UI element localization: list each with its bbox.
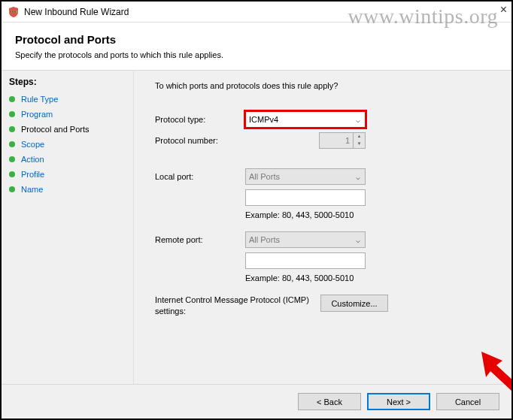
step-action[interactable]: Action: [9, 152, 126, 167]
remote-port-row: Remote port: All Ports ⌵: [155, 231, 493, 248]
step-label: Scope: [21, 140, 44, 149]
local-port-label: Local port:: [155, 172, 245, 181]
protocol-number-spinner: 1 ▲▼: [319, 132, 366, 149]
wizard-footer: < Back Next > Cancel: [2, 384, 511, 418]
close-icon[interactable]: ×: [500, 3, 507, 17]
step-program[interactable]: Program: [9, 107, 126, 122]
bullet-icon: [9, 171, 15, 177]
page-title: Protocol and Ports: [15, 33, 498, 46]
step-protocol-and-ports[interactable]: Protocol and Ports: [9, 122, 126, 137]
bullet-icon: [9, 126, 15, 132]
protocol-number-label: Protocol number:: [155, 136, 245, 145]
protocol-type-value: ICMPv4: [249, 115, 278, 124]
remote-port-input: [245, 252, 366, 269]
wizard-header: Protocol and Ports Specify the protocols…: [2, 23, 511, 71]
chevron-down-icon: ⌵: [351, 236, 365, 244]
chevron-down-icon: ⌵: [351, 173, 365, 181]
local-port-input: [245, 189, 366, 206]
bullet-icon: [9, 186, 15, 192]
protocol-type-row: Protocol type: ICMPv4 ⌵: [155, 111, 493, 128]
cancel-button[interactable]: Cancel: [436, 393, 499, 410]
page-subtitle: Specify the protocols and ports to which…: [15, 50, 498, 59]
local-port-row: Local port: All Ports ⌵: [155, 168, 493, 185]
steps-sidebar: Steps: Rule Type Program Protocol and Po…: [2, 71, 134, 385]
icmp-settings-label: Internet Control Message Protocol (ICMP)…: [155, 295, 320, 317]
wizard-body: Steps: Rule Type Program Protocol and Po…: [2, 71, 511, 385]
back-button[interactable]: < Back: [298, 393, 361, 410]
local-port-value: All Ports: [249, 172, 280, 181]
bullet-icon: [9, 96, 15, 102]
step-label: Profile: [21, 170, 44, 179]
remote-port-select: All Ports ⌵: [245, 231, 366, 248]
customize-button[interactable]: Customize...: [320, 295, 388, 312]
firewall-shield-icon: [8, 6, 20, 18]
titlebar: New Inbound Rule Wizard ×: [2, 2, 511, 23]
remote-port-hint: Example: 80, 443, 5000-5010: [245, 273, 493, 283]
remote-port-label: Remote port:: [155, 235, 245, 244]
bullet-icon: [9, 111, 15, 117]
local-port-hint: Example: 80, 443, 5000-5010: [245, 210, 493, 219]
step-label: Program: [21, 110, 53, 119]
protocol-number-value: 1: [320, 136, 353, 145]
remote-port-value: All Ports: [249, 235, 280, 244]
step-name[interactable]: Name: [9, 182, 126, 197]
steps-list: Rule Type Program Protocol and Ports Sco…: [9, 92, 126, 197]
step-profile[interactable]: Profile: [9, 167, 126, 182]
step-label: Name: [21, 185, 43, 194]
next-button[interactable]: Next >: [367, 393, 430, 410]
wizard-content: To which ports and protocols does this r…: [134, 71, 511, 385]
content-prompt: To which ports and protocols does this r…: [155, 81, 493, 90]
svg-rect-1: [10, 11, 11, 12]
local-port-select: All Ports ⌵: [245, 168, 366, 185]
step-label: Rule Type: [21, 95, 58, 104]
step-rule-type[interactable]: Rule Type: [9, 92, 126, 107]
bullet-icon: [9, 156, 15, 162]
spinner-arrows: ▲▼: [353, 133, 365, 148]
steps-heading: Steps:: [9, 77, 126, 87]
bullet-icon: [9, 141, 15, 147]
step-label: Action: [21, 155, 44, 164]
protocol-number-row: Protocol number: 1 ▲▼: [155, 132, 493, 149]
step-label: Protocol and Ports: [21, 125, 90, 134]
remote-port-text-row: [155, 252, 493, 269]
local-port-text-row: [155, 189, 493, 206]
window-title: New Inbound Rule Wizard: [24, 7, 129, 17]
step-scope[interactable]: Scope: [9, 137, 126, 152]
icmp-settings-row: Internet Control Message Protocol (ICMP)…: [155, 295, 493, 317]
svg-rect-2: [12, 11, 14, 12]
protocol-type-select[interactable]: ICMPv4 ⌵: [245, 111, 366, 128]
svg-rect-3: [14, 11, 16, 12]
chevron-down-icon: ⌵: [351, 116, 365, 124]
protocol-type-label: Protocol type:: [155, 115, 245, 124]
